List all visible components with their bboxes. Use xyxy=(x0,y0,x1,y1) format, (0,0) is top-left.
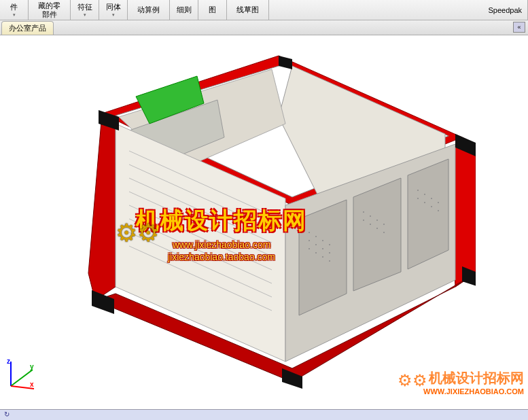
status-bar: ↻ xyxy=(0,409,528,420)
case-rendering xyxy=(41,49,476,402)
svg-point-38 xyxy=(376,220,378,221)
svg-point-31 xyxy=(329,252,330,253)
svg-marker-7 xyxy=(88,113,116,300)
svg-point-33 xyxy=(315,252,317,253)
ribbon-btn-speedpak[interactable]: Speedpak xyxy=(482,0,528,20)
svg-point-30 xyxy=(322,248,323,249)
svg-point-36 xyxy=(363,211,364,213)
svg-point-27 xyxy=(329,244,330,245)
collapse-btn[interactable]: « xyxy=(513,22,525,33)
tab-office-product[interactable]: 办公室产品 xyxy=(1,21,54,35)
svg-point-47 xyxy=(438,202,439,203)
svg-point-45 xyxy=(424,194,425,195)
ribbon-btn-tongti[interactable]: 同体▾ xyxy=(99,0,128,20)
svg-point-35 xyxy=(329,260,330,262)
svg-marker-22 xyxy=(353,178,401,291)
svg-point-43 xyxy=(383,232,385,233)
svg-point-50 xyxy=(431,206,432,207)
svg-point-51 xyxy=(438,210,439,211)
computer-case-model xyxy=(41,49,476,402)
axis-z-label: z xyxy=(7,357,10,365)
svg-point-32 xyxy=(309,248,310,249)
svg-point-49 xyxy=(424,202,425,203)
svg-point-37 xyxy=(370,215,371,217)
document-tab-bar: 办公室产品 « xyxy=(0,20,528,35)
svg-point-41 xyxy=(370,224,371,225)
ribbon-btn-hidden-parts[interactable]: 藏的零 部件 xyxy=(29,0,71,20)
ribbon-btn-detail[interactable]: 细则 xyxy=(170,0,198,20)
svg-point-34 xyxy=(322,256,323,258)
svg-point-26 xyxy=(322,240,323,241)
svg-point-39 xyxy=(383,224,385,225)
ribbon-btn-fuzheng[interactable]: 符征▾ xyxy=(71,0,99,20)
svg-point-46 xyxy=(431,198,432,199)
ribbon-btn-sketch[interactable]: 线草图 xyxy=(227,0,269,20)
refresh-icon[interactable]: ↻ xyxy=(4,410,10,418)
ribbon-btn-tu[interactable]: 图 xyxy=(198,0,227,20)
svg-point-44 xyxy=(417,190,419,191)
svg-point-25 xyxy=(315,236,317,237)
svg-point-48 xyxy=(417,198,419,199)
orientation-triad[interactable]: z y x xyxy=(5,357,39,391)
svg-point-29 xyxy=(315,244,317,245)
svg-point-40 xyxy=(363,220,364,221)
axis-x-label: x xyxy=(30,381,34,388)
graphics-viewport[interactable]: ⚙⚙ 机械设计招标网 www.jixiezhaobiao.com jixiezh… xyxy=(0,35,528,409)
ribbon-toolbar: 件▾ 藏的零 部件 符征▾ 同体▾ 动算例 细则 图 线草图 Speedpak xyxy=(0,0,528,20)
axis-y-label: y xyxy=(30,363,34,370)
ribbon-btn-jian[interactable]: 件▾ xyxy=(0,0,29,20)
ribbon-btn-yunsuanli[interactable]: 动算例 xyxy=(128,0,170,20)
svg-marker-23 xyxy=(408,159,448,269)
svg-point-28 xyxy=(309,240,310,241)
svg-point-42 xyxy=(376,228,378,229)
svg-point-24 xyxy=(309,232,310,233)
